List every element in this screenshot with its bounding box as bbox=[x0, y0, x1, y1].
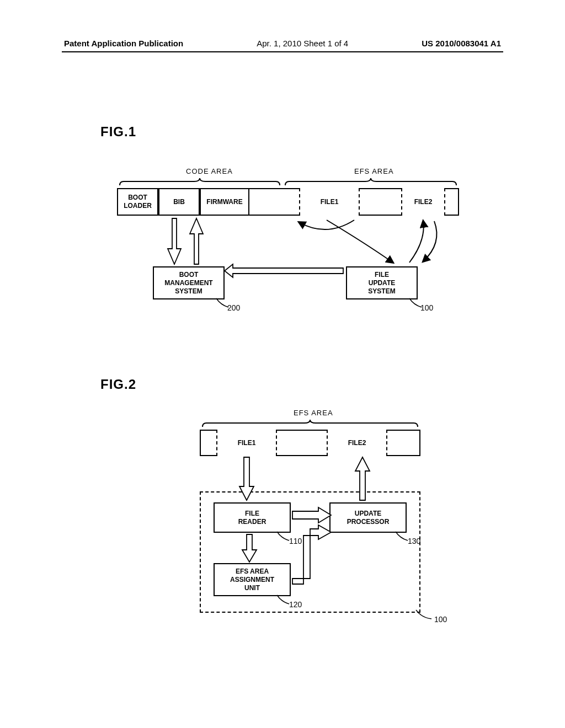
efs-area-label-2: EFS AREA bbox=[294, 409, 333, 417]
fig2-arrows bbox=[200, 456, 420, 616]
file1-cell: FILE1 bbox=[299, 188, 360, 216]
figure-1-diagram: CODE AREA EFS AREA BOOTLOADER BIB FIRMWA… bbox=[62, 167, 503, 338]
boot-loader-cell: BOOTLOADER bbox=[117, 188, 158, 216]
file2-cell-2: FILE2 bbox=[327, 430, 387, 456]
code-area-label: CODE AREA bbox=[186, 167, 233, 175]
figure-1-label: FIG.1 bbox=[100, 124, 503, 140]
file1-cell-2: FILE1 bbox=[216, 430, 277, 456]
boot-mgmt-system: BOOTMANAGEMENTSYSTEM bbox=[153, 266, 225, 299]
header-mid: Apr. 1, 2010 Sheet 1 of 4 bbox=[257, 39, 348, 48]
figure-2-label: FIG.2 bbox=[100, 377, 503, 392]
ref-100-fig1: 100 bbox=[420, 303, 433, 312]
firmware-cell: FIRMWARE bbox=[200, 188, 249, 216]
figure-2-diagram: EFS AREA FILE1 FILE2 FILEREADER UPDATEPR… bbox=[62, 409, 503, 640]
file-update-system: FILEUPDATESYSTEM bbox=[346, 266, 418, 299]
header-right: US 2010/0083041 A1 bbox=[422, 39, 501, 48]
ref-200: 200 bbox=[227, 303, 240, 312]
header-left: Patent Application Publication bbox=[64, 39, 183, 48]
brace-fig2 bbox=[200, 419, 420, 429]
ref-100-fig2: 100 bbox=[434, 615, 447, 624]
page-header: Patent Application Publication Apr. 1, 2… bbox=[62, 39, 503, 52]
file2-cell: FILE2 bbox=[401, 188, 445, 216]
bib-cell: BIB bbox=[158, 188, 200, 216]
brace-row bbox=[117, 177, 459, 187]
fig1-arrows bbox=[117, 216, 459, 268]
efs-area-label: EFS AREA bbox=[354, 167, 394, 175]
